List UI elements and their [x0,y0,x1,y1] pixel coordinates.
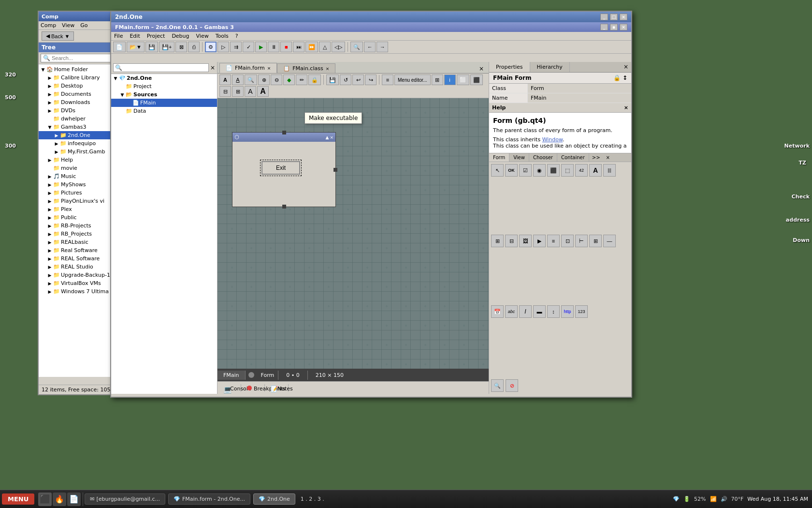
browser-icon[interactable]: 🔥 [53,493,66,506]
save-all-button[interactable]: 💾+ [159,42,174,52]
go-forward-button[interactable]: → [377,42,388,52]
tool-tree[interactable]: ⊢ [575,235,588,247]
taskbar-2ndone[interactable]: 💎 2nd.One [253,493,295,505]
search-input[interactable] [52,55,110,61]
hierarchy-tab[interactable]: Hierarchy [530,62,570,72]
tool-list[interactable]: ≡ [547,235,560,247]
align-left-btn[interactable]: ⊟ [219,86,231,97]
tool-radio[interactable]: ◉ [533,164,546,177]
tool-italic[interactable]: I [519,305,532,318]
align-right-btn[interactable]: ⊞ [232,86,244,97]
tool-movie[interactable]: ▶ [533,235,546,247]
zoom-in-button[interactable]: ⊕ [258,75,270,85]
prop-clear-button[interactable]: ⊘ [506,379,518,392]
menu-help[interactable]: ? [235,33,238,39]
large-text-btn[interactable]: A [257,86,269,97]
stop-button[interactable]: ■ [280,42,292,52]
properties-tab[interactable]: Properties [489,62,530,72]
menu-editor-button[interactable]: Menu editor... [394,75,431,85]
maximize-button[interactable]: □ [610,14,618,20]
tool-num2[interactable]: 123 [575,305,588,318]
project-search-input[interactable] [122,65,207,71]
console-tab[interactable]: 💻 Console [218,384,241,392]
menu-project[interactable]: Project [147,33,165,39]
project-project[interactable]: 📁 Project [111,82,217,90]
step-into-button[interactable]: ⏭ [293,42,304,52]
tool-combo[interactable]: ⊡ [561,235,574,247]
container-btn[interactable]: ⬜ [457,75,469,85]
tool-link[interactable]: http [561,305,574,318]
tool-spinner[interactable]: ⬚ [561,164,574,177]
menu-view[interactable]: View [196,33,209,39]
pen-button[interactable]: ✏ [296,75,307,85]
terminal-icon[interactable]: ⬛ [38,493,52,506]
tool-num[interactable]: 42 [575,164,588,177]
text-btn[interactable]: A [245,86,256,97]
tool-text[interactable]: A [589,164,602,177]
redo-button[interactable]: ↪ [365,75,377,85]
step-over-button[interactable]: ⏩ [305,42,318,52]
taskbar-gambas-form[interactable]: 💎 FMain.form - 2nd.One... [168,493,250,505]
close-button[interactable]: × [620,24,627,30]
tab-fmain-class[interactable]: 📋 FMain.class × [277,63,335,73]
info-button[interactable]: i [444,75,456,85]
help-close-icon[interactable]: × [624,105,628,111]
pause-button[interactable]: ⏸ [268,42,279,52]
fm-menu-go[interactable]: Go [80,22,87,29]
tool-progress[interactable]: ▬ [533,305,546,318]
save-btn2[interactable]: 💾 [326,75,339,85]
make-executable-button[interactable]: ⚙ [205,42,217,52]
close-button[interactable]: ⊠ [175,42,187,52]
step-out-button[interactable]: △ [319,42,331,52]
sync-button[interactable]: ↺ [340,75,351,85]
fm-menu-view[interactable]: View [62,22,74,29]
menu-edit[interactable]: Edit [130,33,140,39]
breakpoints-tab[interactable]: Breakpoints [241,384,265,392]
minimize-button[interactable]: _ [600,24,608,30]
tab-close-icon[interactable]: × [326,66,330,71]
back-button[interactable]: ◀ Back ▼ [42,31,74,41]
tool-date[interactable]: 📅 [491,305,504,318]
property-class-value[interactable]: Form [528,84,631,93]
new-button[interactable]: 📄 [113,42,126,52]
tool-text2[interactable]: ||| [603,164,616,177]
tab-fmain-form[interactable]: 📄 FMain.form × [219,63,277,73]
check-button[interactable]: ✓ [243,42,254,52]
bold-button[interactable]: A [219,75,231,85]
menu-tools[interactable]: Tools [216,33,229,39]
property-name-value[interactable]: FMain [528,93,631,103]
properties-close-icon[interactable]: × [621,62,631,72]
tool-image[interactable]: 🖼 [519,235,532,247]
fm-menu-comp[interactable]: Comp [41,22,56,29]
tab-close-icon[interactable]: × [267,66,271,71]
print-button[interactable]: ⎙ [188,42,200,52]
search-clear-icon[interactable]: × [210,64,215,71]
tool-rich[interactable]: abc [505,305,518,318]
office-icon[interactable]: 📄 [67,493,81,506]
color-button[interactable]: ◆ [283,75,295,85]
gambas-taskbar-icon[interactable]: 💎 [673,496,680,502]
prop-search-button[interactable]: 🔍 [491,379,504,392]
tool-checkbox[interactable]: ☑ [519,164,532,177]
project-2ndone-root[interactable]: ▼ 💎 2nd.One [111,74,217,82]
close-button[interactable]: × [620,14,627,20]
tool-ok-btn[interactable]: OK [505,164,518,177]
tool-embed[interactable]: ⊟ [505,235,518,247]
grid-button[interactable]: ⊞ [432,75,443,85]
toolbox-tab-view[interactable]: View [509,153,529,162]
step-back-button[interactable]: ◁▷ [332,42,345,52]
toolbox-expand-icon[interactable]: >> [589,153,603,162]
menu-file[interactable]: File [114,33,123,39]
minimize-button[interactable]: _ [600,14,608,20]
run-button[interactable]: ▶ [255,42,267,52]
exit-button[interactable]: Exit [261,161,300,175]
underline-button[interactable]: A [232,75,244,85]
taskbar-email[interactable]: ✉ [eburgpaulie@gmail.c... [85,493,165,505]
project-data[interactable]: 📁 Data [111,107,217,115]
project-sources[interactable]: ▼ 📂 Sources [111,90,217,99]
close-all-tabs[interactable]: × [476,64,487,73]
tool-toggle[interactable]: ⬛ [547,164,560,177]
tool-scroll[interactable]: ↕ [547,305,560,318]
restore-button[interactable]: ▪ [610,24,618,30]
compile-button[interactable]: ▷ [218,42,229,52]
